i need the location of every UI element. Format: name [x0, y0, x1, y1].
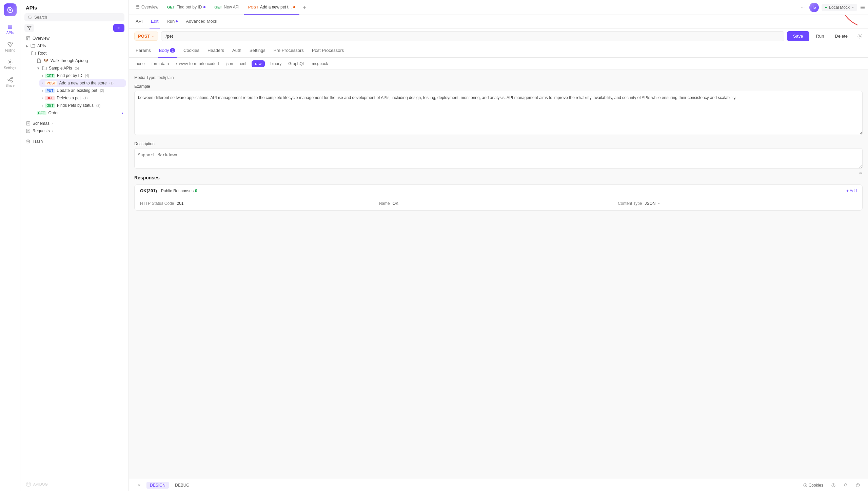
user-avatar[interactable]: lo	[809, 3, 819, 12]
body-type-graphql[interactable]: GraphQL	[287, 58, 306, 70]
sub-tab-advanced-mock[interactable]: Advanced Mock	[184, 15, 219, 28]
params-tab-params[interactable]: Params	[134, 44, 152, 58]
name-field: Name OK	[379, 201, 618, 206]
tree-item-requests[interactable]: Requests ›	[23, 127, 126, 135]
update-pet-method-badge: PUT	[45, 89, 55, 93]
cookies-button[interactable]: Cookies	[801, 482, 826, 489]
run-button[interactable]: Run	[812, 31, 828, 41]
tree-item-update-pet[interactable]: › PUT Update an existing pet (2)	[39, 87, 126, 94]
params-tab-body[interactable]: Body 1	[158, 44, 177, 58]
responses-title: Responses	[134, 175, 160, 180]
tab-overview[interactable]: Overview	[132, 0, 162, 15]
app-logo[interactable]	[4, 3, 17, 16]
env-dropdown[interactable]: Local Mock	[822, 4, 857, 11]
body-type-binary[interactable]: binary	[269, 58, 283, 70]
tree-item-sample-apis[interactable]: ▼ Sample APIs (5)	[34, 64, 126, 72]
schemas-chevron-icon: ›	[52, 122, 53, 125]
sub-tab-api[interactable]: API	[134, 15, 144, 28]
sub-tab-edit[interactable]: Edit	[150, 15, 160, 28]
finds-pets-method-badge: GET	[45, 103, 55, 108]
tab-new-api[interactable]: GET New API	[210, 0, 243, 15]
bottom-tab-design[interactable]: DESIGN	[146, 482, 169, 489]
tab-more-button[interactable]: ···	[798, 3, 808, 12]
params-tab-settings[interactable]: Settings	[248, 44, 267, 58]
timer-button[interactable]	[829, 482, 838, 488]
tree-item-overview[interactable]: Overview	[23, 35, 126, 42]
bell-button[interactable]	[841, 482, 850, 488]
schemas-icon	[26, 121, 31, 126]
bottom-tab-debug[interactable]: DEBUG	[172, 482, 193, 489]
expand-delete-pet-icon: ›	[42, 96, 43, 100]
content-type-dropdown[interactable]: JSON	[645, 201, 660, 206]
body-type-json[interactable]: json	[224, 58, 234, 70]
overview-tab-icon	[136, 5, 140, 9]
sidebar-item-testing[interactable]: Testing	[2, 39, 18, 55]
delete-pet-count: (1)	[83, 96, 87, 100]
svg-point-2	[11, 77, 13, 79]
search-input[interactable]	[34, 15, 121, 20]
new-api-tab-method: GET	[214, 5, 222, 9]
description-edit-icon: ✏	[859, 171, 863, 176]
tree-item-finds-pets[interactable]: › GET Finds Pets by status (2)	[39, 102, 126, 109]
method-chevron-icon	[151, 35, 155, 38]
tab-find-pet[interactable]: GET Find pet by ID	[163, 0, 210, 15]
body-type-raw[interactable]: raw	[252, 60, 265, 67]
add-new-button[interactable]	[113, 24, 124, 32]
description-textarea[interactable]	[134, 148, 863, 169]
body-type-none[interactable]: none	[134, 58, 146, 70]
params-tab-pre-processors[interactable]: Pre Processors	[272, 44, 305, 58]
bell-icon	[844, 483, 848, 487]
params-tab-auth[interactable]: Auth	[231, 44, 243, 58]
tree-item-find-pet[interactable]: › GET Find pet by ID (4)	[39, 72, 126, 79]
env-label: Local Mock	[829, 5, 850, 10]
body-type-form-data[interactable]: form-data	[150, 58, 170, 70]
tree-item-delete-pet[interactable]: › DEL Deletes a pet (1)	[39, 94, 126, 102]
sub-tab-run[interactable]: Run	[165, 15, 179, 28]
expand-find-pet-icon: ›	[42, 74, 43, 78]
cookies-icon	[803, 483, 807, 487]
settings-icon[interactable]	[857, 34, 863, 39]
delete-button[interactable]: Delete	[831, 31, 852, 41]
url-input[interactable]	[161, 31, 784, 41]
example-textarea[interactable]: between different software applications.…	[134, 91, 863, 135]
collapse-button[interactable]	[134, 482, 144, 488]
params-tab-cookies[interactable]: Cookies	[182, 44, 201, 58]
add-response-button[interactable]: + Add	[846, 189, 857, 193]
sub-tab-right-area	[842, 15, 863, 30]
tree-item-walkthrough[interactable]: 🐶 Walk through Apidog	[34, 57, 126, 64]
tab-add-button[interactable]: +	[300, 3, 309, 12]
tree-item-apis[interactable]: ▶ APIs	[23, 42, 126, 50]
method-dropdown[interactable]: POST	[134, 32, 158, 41]
sidebar-item-apis[interactable]: APIs	[2, 21, 18, 37]
body-type-xml[interactable]: xml	[238, 58, 248, 70]
params-tab-headers[interactable]: Headers	[206, 44, 225, 58]
svg-point-10	[26, 482, 31, 486]
body-type-urlencoded[interactable]: x-www-form-urlencoded	[174, 58, 220, 70]
filter-icon	[27, 26, 32, 30]
description-section: Description ✏	[134, 141, 863, 170]
add-pet-method-badge: POST	[45, 81, 57, 85]
tree-item-add-pet[interactable]: › POST Add a new pet to the store (1)	[39, 79, 126, 87]
find-pet-tab-dot	[203, 6, 205, 8]
help-button[interactable]	[853, 482, 863, 488]
params-tab-post-processors[interactable]: Post Processors	[311, 44, 346, 58]
body-type-msgpack[interactable]: msgpack	[311, 58, 330, 70]
sidebar-item-settings[interactable]: Settings	[2, 56, 18, 73]
tree-divider-2	[23, 136, 126, 136]
status-code-label: HTTP Status Code	[140, 201, 174, 206]
tree-item-root[interactable]: Root	[28, 50, 126, 57]
collapse-icon	[137, 483, 141, 487]
save-button[interactable]: Save	[787, 31, 809, 41]
tab-add-pet[interactable]: POST Add a new pet t...	[244, 0, 299, 15]
sidebar-item-share[interactable]: Share	[2, 74, 18, 90]
tree-item-order[interactable]: GET Order ●	[34, 109, 126, 117]
arrow-annotation	[842, 15, 863, 28]
menu-icon[interactable]	[860, 5, 865, 10]
tree-divider-1	[23, 118, 126, 118]
search-icon	[28, 15, 32, 20]
tree-item-schemas[interactable]: Schemas ›	[23, 120, 126, 127]
tree-item-trash[interactable]: Trash	[23, 138, 126, 145]
filter-button[interactable]	[24, 24, 34, 32]
params-tab-settings-label: Settings	[250, 48, 265, 53]
params-tab-bar: Params Body 1 Cookies Headers Auth Setti…	[129, 44, 868, 58]
